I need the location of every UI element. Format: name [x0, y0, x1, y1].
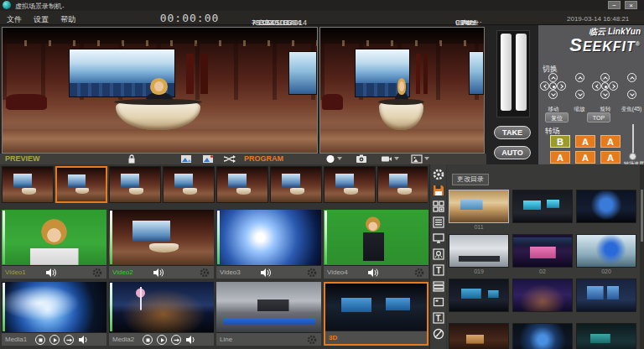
stop-button[interactable]: [35, 335, 45, 345]
filmstrip-thumbnail-3[interactable]: [109, 166, 161, 203]
media1-tile[interactable]: Media1: [2, 282, 106, 346]
preview-monitor[interactable]: [2, 27, 318, 154]
speaker-icon[interactable]: [45, 268, 56, 278]
text-title-icon[interactable]: T.: [432, 311, 445, 325]
gear-icon[interactable]: [92, 268, 102, 278]
move-down-button[interactable]: [548, 90, 558, 99]
snapshot-icon[interactable]: [356, 154, 367, 164]
speaker-icon[interactable]: [185, 335, 196, 345]
rotate-left-button[interactable]: [592, 81, 601, 91]
speaker-icon[interactable]: [78, 335, 89, 345]
scene-cell-2[interactable]: [512, 190, 573, 233]
scene-thumbnail[interactable]: [449, 279, 509, 312]
disable-icon[interactable]: [432, 327, 445, 341]
move-up-button[interactable]: [548, 73, 558, 82]
close-button[interactable]: ×: [625, 1, 637, 9]
filmstrip-thumbnail-6[interactable]: [270, 166, 322, 203]
list-icon[interactable]: [432, 216, 445, 229]
image-small-icon[interactable]: [432, 295, 445, 309]
loop-button[interactable]: [64, 335, 74, 345]
threed-tile[interactable]: 3D: [324, 282, 428, 346]
loop-button[interactable]: [171, 335, 181, 345]
scene-cell-6[interactable]: 020: [576, 234, 636, 278]
monitor-icon[interactable]: [432, 232, 445, 245]
menu-settings[interactable]: 设置: [34, 14, 49, 25]
scene-thumbnail[interactable]: [576, 279, 636, 312]
rotate-center-button[interactable]: [601, 82, 609, 90]
media2-tile[interactable]: Media2: [109, 282, 214, 346]
minimize-button[interactable]: −: [608, 1, 621, 9]
rotate-up-button[interactable]: [600, 73, 610, 82]
filmstrip-thumbnail-8[interactable]: [377, 166, 428, 203]
scene-cell-7[interactable]: [449, 279, 509, 322]
filmstrip-thumbnail-1[interactable]: [2, 166, 54, 203]
top-button[interactable]: TOP: [587, 112, 610, 122]
scene-thumbnail[interactable]: [576, 234, 636, 268]
scene-thumbnail[interactable]: [576, 323, 636, 349]
transition-button-B-0[interactable]: B: [550, 135, 570, 148]
gear-icon[interactable]: [432, 168, 445, 181]
scene-cell-12[interactable]: [576, 323, 636, 349]
filmstrip-thumbnail-7[interactable]: [324, 166, 376, 203]
layers-icon[interactable]: [432, 279, 445, 293]
transition-button-A-3[interactable]: A: [550, 151, 570, 164]
move-left-button[interactable]: [540, 81, 549, 91]
scene-cell-10[interactable]: [449, 323, 509, 349]
scene-cell-8[interactable]: [512, 279, 573, 322]
scale-down-button[interactable]: [575, 90, 584, 99]
scene-cell-5[interactable]: 02: [512, 234, 573, 278]
scene-thumbnail[interactable]: [576, 190, 636, 223]
scene-cell-4[interactable]: 019: [449, 234, 509, 278]
camera-icon[interactable]: [381, 154, 392, 164]
change-directory-button[interactable]: 更改目录: [452, 174, 489, 185]
line-tile[interactable]: Line: [216, 282, 321, 346]
filmstrip-thumbnail-4[interactable]: [163, 166, 215, 203]
scene-thumbnail[interactable]: [449, 190, 509, 223]
projector-light-icon[interactable]: [432, 247, 445, 261]
scene-cell-3[interactable]: [576, 190, 636, 233]
swap-transition-icon[interactable]: [223, 154, 235, 164]
move-right-button[interactable]: [557, 81, 566, 91]
text-edit-icon[interactable]: T: [432, 263, 445, 277]
program-monitor[interactable]: [319, 27, 485, 154]
image-add-alert-icon[interactable]: [202, 154, 214, 164]
filmstrip-thumbnail-2[interactable]: [55, 166, 107, 203]
scene-thumbnail[interactable]: [449, 234, 509, 268]
menu-file[interactable]: 文件: [7, 14, 22, 25]
rotate-down-button[interactable]: [600, 90, 610, 99]
scene-cell-11[interactable]: [512, 323, 573, 349]
record-dropdown-icon[interactable]: [337, 157, 342, 160]
save-floppy-icon[interactable]: [432, 184, 445, 197]
layout-grid-icon[interactable]: [432, 200, 445, 213]
scene-thumbnail[interactable]: [512, 234, 573, 268]
transition-button-A-4[interactable]: A: [575, 151, 595, 164]
tbar-fader[interactable]: [496, 30, 530, 117]
zoom-in-button[interactable]: [627, 73, 636, 82]
scene-thumbnail[interactable]: [449, 323, 509, 349]
menu-help[interactable]: 帮助: [60, 14, 75, 25]
scene-cell-9[interactable]: [576, 279, 636, 322]
picture-icon[interactable]: [411, 154, 423, 164]
filmstrip-thumbnail-5[interactable]: [216, 166, 268, 203]
zoom-out-button[interactable]: [627, 90, 636, 99]
speaker-icon[interactable]: [260, 268, 271, 278]
scrollbar-thumb[interactable]: [641, 190, 643, 242]
take-button[interactable]: TAKE: [494, 126, 531, 139]
camera-dropdown-icon[interactable]: [394, 157, 399, 160]
record-icon[interactable]: [325, 154, 337, 164]
speaker-icon[interactable]: [153, 268, 164, 278]
speaker-icon[interactable]: [367, 268, 378, 278]
play-button[interactable]: [49, 335, 60, 345]
scene-thumbnail[interactable]: [512, 190, 573, 223]
scene-thumbnail[interactable]: [512, 279, 573, 312]
scene-scrollbar[interactable]: [640, 164, 644, 349]
stop-button[interactable]: [143, 335, 153, 345]
gear-icon[interactable]: [307, 335, 317, 345]
rotate-right-button[interactable]: [609, 81, 618, 91]
move-center-button[interactable]: [549, 82, 557, 90]
gear-icon[interactable]: [414, 268, 424, 278]
reset-button[interactable]: 复位: [545, 112, 569, 122]
image-add-icon[interactable]: [180, 154, 192, 164]
picture-dropdown-icon[interactable]: [424, 157, 429, 160]
transition-button-A-1[interactable]: A: [575, 135, 595, 148]
